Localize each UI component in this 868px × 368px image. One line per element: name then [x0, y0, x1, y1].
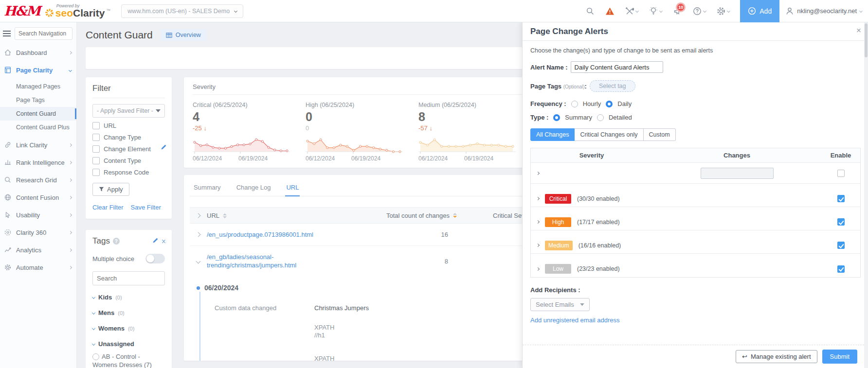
help-circle-icon[interactable]: ? [113, 238, 120, 245]
radio-button[interactable] [92, 353, 99, 360]
changes-filter-input[interactable] [701, 168, 774, 179]
enable-checkbox-checked[interactable] [837, 265, 845, 273]
expand-row-icon[interactable] [536, 197, 540, 200]
collapse-panel-icon[interactable] [163, 239, 165, 244]
filter-checkbox-content-type[interactable]: Content Type [92, 157, 165, 164]
sidebar-item-link-clarity[interactable]: Link Clarity [0, 136, 76, 154]
tag-group-womens[interactable]: Womens (0) [92, 325, 165, 332]
expand-row-icon[interactable] [536, 220, 540, 224]
type-detailed-radio[interactable]: Detailed [597, 114, 632, 121]
filter-checkbox-change-element[interactable]: Change Element [92, 145, 165, 153]
alert-name-input[interactable] [571, 61, 663, 73]
sidebar-item-research-grid[interactable]: Research Grid [0, 171, 76, 189]
select-tag-dropdown[interactable]: Select tag [590, 80, 635, 92]
manage-existing-alert-button[interactable]: ↩ Manage existing alert [736, 350, 817, 363]
multiple-choice-toggle[interactable] [145, 254, 165, 263]
collapse-row-icon[interactable] [196, 259, 201, 263]
url-link[interactable]: /en_us/productpage.0713986001.html [207, 230, 313, 239]
filter-checkbox-response-code[interactable]: Response Code [92, 169, 165, 176]
enable-checkbox-checked[interactable] [837, 218, 845, 226]
panel-scrollbar[interactable] [864, 22, 868, 368]
sidebar-item-content-fusion[interactable]: Content Fusion [0, 189, 76, 206]
expand-row-icon[interactable] [196, 232, 201, 237]
lightbulb-icon[interactable] [649, 7, 662, 16]
trend-line-icon [4, 246, 12, 254]
add-unregistered-email-link[interactable]: Add unregistered email address [530, 316, 620, 324]
radio-button[interactable] [597, 114, 604, 121]
sidebar-item-automate[interactable]: Automate [0, 259, 76, 276]
checkbox[interactable] [92, 122, 100, 129]
sidebar-item-page-clarity[interactable]: Page Clarity [0, 61, 76, 79]
help-icon[interactable] [693, 7, 706, 16]
expand-row-icon[interactable] [536, 244, 540, 247]
saved-filter-select[interactable]: - Apply Saved Filter - [92, 104, 165, 118]
tags-search-input[interactable] [92, 271, 165, 285]
announcements-icon[interactable]: 10 [673, 7, 682, 16]
close-icon[interactable]: × [856, 26, 861, 35]
filter-checkbox-url[interactable]: URL [92, 122, 165, 129]
alert-warning-icon[interactable] [605, 7, 615, 16]
sidebar-item-analytics[interactable]: Analytics [0, 241, 76, 259]
sidebar-item-page-tags[interactable]: Page Tags [0, 93, 76, 107]
domain-selector-value: www.hm.com (US-en) - SALES Demo [127, 8, 230, 15]
radio-button-checked[interactable] [553, 114, 560, 121]
tab-summary[interactable]: Summary [193, 181, 222, 196]
expand-row-icon[interactable] [536, 171, 540, 175]
chevron-right-icon [69, 213, 72, 216]
enable-checkbox-checked[interactable] [837, 195, 845, 202]
tab-url[interactable]: URL [285, 181, 300, 196]
tag-group-mens[interactable]: Mens (0) [92, 309, 165, 316]
checkbox[interactable] [92, 169, 100, 176]
tag-option-ab-control[interactable]: AB - Control - Womens Dresses (7) [92, 352, 165, 368]
tools-icon[interactable] [625, 7, 638, 16]
enable-checkbox-checked[interactable] [837, 242, 845, 249]
sidebar-item-content-guard-plus[interactable]: Content Guard Plus [0, 121, 76, 134]
sort-icon-active[interactable] [453, 213, 457, 218]
sidebar-item-dashboard[interactable]: Dashboard [0, 44, 76, 61]
chevron-down-icon [92, 311, 95, 315]
submit-button[interactable]: Submit [822, 350, 857, 364]
expand-all-icon[interactable] [196, 213, 201, 218]
sidebar-item-usability[interactable]: Usability [0, 206, 76, 224]
frequency-daily-radio[interactable]: Daily [606, 100, 632, 107]
settings-gear-icon[interactable] [717, 7, 730, 16]
filter-input-row [531, 163, 860, 184]
segment-all-changes[interactable]: All Changes [530, 128, 575, 141]
tag-group-kids[interactable]: Kids (0) [92, 294, 165, 301]
search-icon[interactable] [586, 7, 595, 16]
domain-selector[interactable]: www.hm.com (US-en) - SALES Demo [121, 4, 243, 18]
frequency-hourly-radio[interactable]: Hourly [571, 100, 601, 107]
user-menu[interactable]: nkling@seoclarity.net [779, 7, 868, 16]
edit-tags-pencil-icon[interactable] [152, 237, 159, 245]
filter-checkbox-change-type[interactable]: Change Type [92, 134, 165, 141]
sidebar-search-input[interactable] [15, 27, 72, 40]
radio-button-checked[interactable] [606, 101, 613, 107]
sort-icon[interactable] [223, 213, 227, 218]
apply-filter-button[interactable]: Apply [92, 183, 129, 196]
sidebar-item-rank-intelligence[interactable]: Rank Intelligence [0, 154, 76, 171]
seoclarity-gear-icon [45, 8, 54, 18]
hamburger-menu-icon[interactable] [3, 31, 11, 36]
checkbox[interactable] [92, 145, 100, 153]
radio-button[interactable] [571, 101, 578, 107]
tag-group-unassigned[interactable]: Unassigned [92, 340, 165, 348]
url-link[interactable]: /en_gb/ladies/seasonal-trending/christma… [207, 253, 328, 269]
add-button[interactable]: Add [740, 0, 779, 22]
sidebar-item-clarity-360[interactable]: Clarity 360 [0, 224, 76, 241]
save-filter-link[interactable]: Save Filter [131, 204, 161, 211]
sidebar-item-content-guard[interactable]: Content Guard [0, 107, 76, 121]
select-emails-dropdown[interactable]: Select Emails [530, 298, 590, 311]
enable-all-checkbox[interactable] [837, 170, 845, 177]
segment-custom[interactable]: Custom [644, 128, 676, 141]
checkbox[interactable] [92, 134, 100, 141]
edit-pencil-icon[interactable] [161, 143, 167, 152]
overview-tab[interactable]: Overview [161, 29, 206, 41]
sidebar-item-managed-pages[interactable]: Managed Pages [0, 80, 76, 93]
checkbox[interactable] [92, 157, 100, 164]
tab-change-log[interactable]: Change Log [235, 181, 272, 196]
type-summary-radio[interactable]: Summary [553, 114, 592, 121]
multiple-choice-label: Multiple choice [92, 255, 134, 263]
segment-critical-only[interactable]: Critical Changes only [575, 128, 643, 141]
expand-row-icon[interactable] [536, 267, 540, 270]
clear-filter-link[interactable]: Clear Filter [92, 204, 124, 211]
